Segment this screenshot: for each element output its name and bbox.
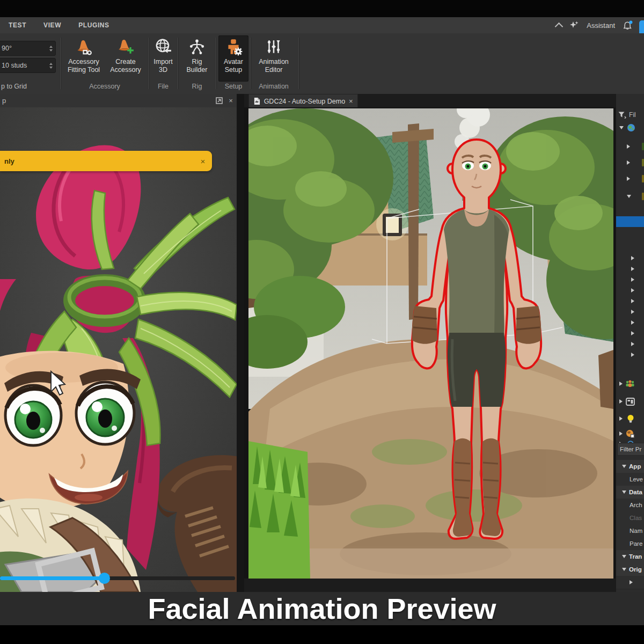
rotate-snap-field[interactable]: 90° — [0, 41, 56, 56]
3d-viewport[interactable] — [244, 107, 616, 579]
collapsed-arrow-icon[interactable] — [631, 342, 634, 346]
tree-row[interactable] — [616, 264, 644, 274]
tree-row-starter-gui[interactable] — [616, 396, 644, 407]
avatar-setup-icon — [224, 38, 243, 56]
animation-sliders-icon — [265, 38, 283, 56]
group-label-rig: Rig — [180, 83, 214, 91]
tree-row-lighting[interactable] — [616, 413, 644, 424]
slider-thumb[interactable] — [99, 573, 110, 584]
tree-row[interactable] — [616, 274, 644, 285]
expand-arrow-icon[interactable] — [622, 568, 626, 571]
collapsed-arrow-icon[interactable] — [631, 320, 634, 325]
collapsed-arrow-icon[interactable] — [627, 160, 630, 165]
button-label: Setup — [225, 66, 243, 74]
collapsed-arrow-icon[interactable] — [631, 331, 634, 335]
tree-row[interactable] — [616, 317, 644, 328]
prop-label: Orig — [629, 566, 642, 573]
move-stepper[interactable] — [47, 58, 55, 72]
ribbon-separator — [216, 38, 217, 89]
banner-text: nly — [0, 157, 194, 165]
button-label: Import — [153, 58, 172, 65]
avatar-setup-panel-header[interactable]: p × — [0, 94, 237, 108]
material-sphere-icon — [626, 429, 635, 438]
prop-section-appearance[interactable]: App — [616, 460, 644, 473]
notification-bell-icon[interactable] — [623, 20, 633, 31]
expand-arrow-icon[interactable] — [627, 195, 631, 198]
expand-arrow-icon[interactable] — [622, 465, 626, 468]
expand-arrow-icon[interactable] — [622, 555, 626, 558]
collapsed-arrow-icon[interactable] — [631, 299, 634, 303]
close-panel-icon[interactable]: × — [225, 96, 237, 106]
collapsed-arrow-icon[interactable] — [627, 144, 630, 149]
selected-tree-row[interactable] — [616, 216, 644, 227]
collapsed-arrow-icon[interactable] — [619, 382, 623, 386]
import-3d-button[interactable]: Import 3D — [151, 35, 175, 82]
notification-banner: nly × — [0, 151, 212, 171]
tree-row[interactable] — [616, 173, 644, 184]
collapsed-arrow-icon[interactable] — [619, 431, 623, 436]
ribbon-separator — [178, 38, 179, 89]
button-label: Avatar — [224, 58, 243, 65]
prop-label: Clas — [630, 515, 642, 521]
face-preview-3d[interactable]: nly × — [0, 107, 237, 592]
collapsed-arrow-icon[interactable] — [631, 353, 634, 357]
tree-row-players[interactable] — [616, 378, 644, 389]
tree-row[interactable] — [616, 306, 644, 317]
popout-icon[interactable] — [213, 96, 225, 106]
tree-row[interactable] — [616, 296, 644, 306]
avatar-setup-panel: p × — [0, 94, 244, 592]
expand-arrow-icon[interactable] — [622, 491, 626, 494]
menu-view[interactable]: VIEW — [35, 21, 70, 29]
prop-row-parent[interactable]: Pare — [616, 537, 644, 551]
tree-row[interactable] — [616, 191, 644, 202]
collapsed-arrow-icon[interactable] — [630, 580, 633, 584]
document-tab[interactable]: GDC24 - Auto-Setup Demo × — [248, 94, 358, 108]
prop-section-transform[interactable]: Tran — [616, 550, 644, 564]
collapsed-arrow-icon[interactable] — [631, 256, 634, 260]
tree-row[interactable] — [616, 285, 644, 296]
animation-scrub-slider[interactable] — [0, 572, 237, 583]
banner-close-icon[interactable]: × — [194, 157, 212, 166]
rotate-stepper[interactable] — [47, 41, 55, 55]
collapsed-arrow-icon[interactable] — [627, 177, 630, 181]
tree-row[interactable] — [616, 141, 644, 152]
tree-row[interactable] — [616, 349, 644, 360]
create-accessory-button[interactable]: Create Accessory — [105, 35, 146, 82]
collapsed-arrow-icon[interactable] — [631, 267, 634, 271]
accessory-fitting-tool-button[interactable]: Accessory Fitting Tool — [63, 35, 104, 82]
menu-plugins[interactable]: PLUGINS — [70, 21, 118, 29]
prop-label: Pare — [630, 540, 642, 547]
expand-arrow-icon[interactable] — [619, 126, 624, 129]
prop-row-levelofdetail[interactable]: Leve — [616, 473, 644, 486]
move-snap-field[interactable]: 10 studs — [0, 58, 56, 73]
collapsed-arrow-icon[interactable] — [619, 399, 623, 404]
tree-row-material-service[interactable] — [616, 428, 644, 439]
collapsed-arrow-icon[interactable] — [619, 416, 623, 421]
collapsed-arrow-icon[interactable] — [631, 310, 634, 314]
prop-row-name[interactable]: Nam — [616, 524, 644, 538]
tree-row[interactable] — [616, 157, 644, 168]
prop-row-archivable[interactable]: Arch — [616, 499, 644, 512]
menu-test[interactable]: TEST — [0, 21, 35, 29]
caption-bar: Facial Animation Preview — [0, 592, 644, 625]
tree-row[interactable] — [616, 328, 644, 339]
tree-row[interactable] — [616, 339, 644, 349]
collapsed-arrow-icon[interactable] — [631, 288, 634, 292]
prop-section-data[interactable]: Data — [616, 486, 644, 499]
import-globe-icon — [154, 38, 172, 56]
avatar-setup-button[interactable]: Avatar Setup — [218, 35, 248, 82]
collapsed-arrow-icon[interactable] — [631, 277, 634, 282]
properties-filter-box[interactable]: Filter Pr — [617, 443, 644, 456]
tab-close-icon[interactable]: × — [349, 97, 353, 105]
assistant-button[interactable]: Assistant — [587, 21, 615, 30]
rig-builder-button[interactable]: Rig Builder — [180, 35, 214, 82]
prop-section-origin[interactable]: Orig — [616, 563, 644, 576]
collapse-ribbon-chevron[interactable] — [555, 22, 564, 31]
rotate-snap-value: 90° — [0, 45, 47, 52]
tree-row-workspace[interactable] — [616, 122, 644, 133]
explorer-filter-row[interactable]: Fil — [616, 109, 644, 121]
animation-editor-button[interactable]: Animation Editor — [251, 35, 296, 82]
panel-splitter[interactable] — [237, 94, 244, 592]
prop-row-origin-child[interactable] — [616, 576, 644, 589]
tree-row[interactable] — [616, 253, 644, 264]
